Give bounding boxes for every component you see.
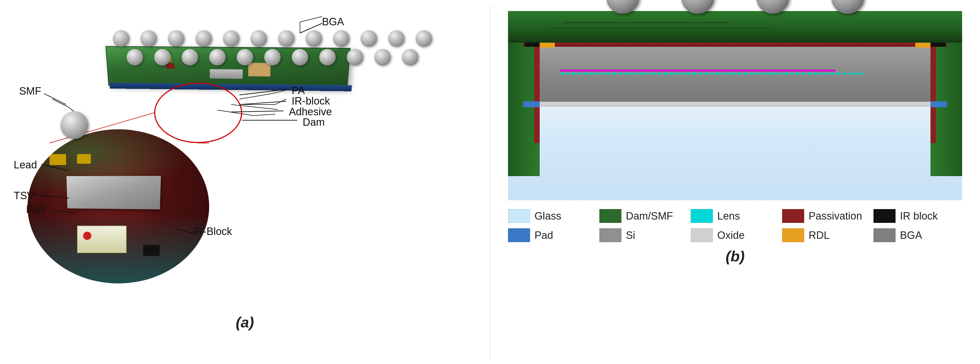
si-die bbox=[540, 46, 931, 104]
pad-right bbox=[931, 101, 947, 107]
label-pad: Pad bbox=[26, 203, 45, 215]
legend-label-glass: Glass bbox=[535, 210, 561, 222]
legend-label-ir_block: IR block bbox=[900, 210, 938, 222]
panel-b: GlassDam/SMFLensPassivationIR blockPadSi… bbox=[490, 0, 980, 364]
legend-label-rdl: RDL bbox=[808, 229, 829, 241]
legend-item-glass: Glass bbox=[508, 209, 597, 223]
diagram-a: BGA SMF PA IR-block Adhesive Dam Lead bbox=[11, 8, 479, 311]
bga-balls-row1 bbox=[113, 30, 432, 65]
exploded-die bbox=[16, 113, 215, 292]
label-ir-block-top: IR-block bbox=[292, 95, 330, 107]
legend-swatch-bga bbox=[873, 228, 896, 242]
svg-line-21 bbox=[231, 111, 283, 112]
cross-section bbox=[508, 11, 962, 203]
svg-line-9 bbox=[275, 99, 286, 105]
svg-line-18 bbox=[44, 94, 66, 105]
panel-b-label: (b) bbox=[726, 248, 745, 265]
legend-item-oxide: Oxide bbox=[691, 228, 780, 242]
label-adhesive: Adhesive bbox=[289, 106, 332, 118]
bga-top-balls bbox=[508, 0, 962, 14]
label-lead: Lead bbox=[14, 159, 37, 171]
legend-item-lens: Lens bbox=[691, 209, 780, 223]
legend-item-rdl: RDL bbox=[782, 228, 871, 242]
legend-swatch-pad bbox=[508, 228, 530, 242]
legend-label-lens: Lens bbox=[717, 210, 740, 222]
svg-line-20 bbox=[239, 101, 286, 105]
svg-line-3 bbox=[300, 16, 322, 22]
legend-label-passivation: Passivation bbox=[808, 210, 862, 222]
label-bga: BGA bbox=[322, 16, 344, 28]
ir-filter-line bbox=[560, 70, 835, 72]
legend-swatch-lens bbox=[691, 209, 713, 223]
lens-line bbox=[560, 73, 863, 75]
legend-swatch-ir_block bbox=[873, 209, 896, 223]
legend-swatch-dam_smf bbox=[600, 209, 621, 223]
legend-label-oxide: Oxide bbox=[717, 229, 745, 241]
label-ir-block-bottom: IR-Block bbox=[192, 226, 232, 237]
svg-line-10 bbox=[217, 110, 253, 116]
legend-label-si: Si bbox=[626, 229, 635, 241]
legend-item-dam_smf: Dam/SMF bbox=[600, 209, 688, 223]
legend-label-pad: Pad bbox=[535, 229, 553, 241]
smf-ball bbox=[60, 111, 88, 139]
legend-swatch-si bbox=[600, 228, 621, 242]
legend-item-pad: Pad bbox=[508, 228, 597, 242]
pcb-green-board bbox=[508, 11, 962, 43]
pad-left bbox=[523, 101, 540, 107]
legend-label-bga: BGA bbox=[900, 229, 922, 241]
glass-layer bbox=[508, 107, 962, 200]
panel-a: BGA SMF PA IR-block Adhesive Dam Lead bbox=[0, 0, 490, 364]
label-dam: Dam bbox=[303, 116, 325, 128]
label-pa: PA bbox=[292, 85, 305, 97]
legend: GlassDam/SMFLensPassivationIR blockPadSi… bbox=[508, 209, 962, 242]
panel-a-label: (a) bbox=[236, 314, 254, 331]
smf-line-svg bbox=[11, 77, 94, 118]
legend-item-passivation: Passivation bbox=[782, 209, 871, 223]
svg-line-11 bbox=[253, 114, 275, 116]
legend-item-ir_block: IR block bbox=[873, 209, 962, 223]
svg-line-12 bbox=[231, 105, 278, 110]
oxide-layer bbox=[540, 102, 931, 107]
legend-swatch-glass bbox=[508, 209, 530, 223]
legend-swatch-oxide bbox=[691, 228, 713, 242]
legend-swatch-passivation bbox=[782, 209, 804, 223]
label-tsv: TSV bbox=[14, 190, 34, 202]
bga-package bbox=[105, 30, 352, 99]
label-smf: SMF bbox=[19, 85, 41, 97]
legend-item-bga: BGA bbox=[873, 228, 962, 242]
legend-label-dam_smf: Dam/SMF bbox=[626, 210, 673, 222]
svg-line-5 bbox=[52, 99, 69, 107]
legend-swatch-rdl bbox=[782, 228, 804, 242]
legend-item-si: Si bbox=[600, 228, 688, 242]
